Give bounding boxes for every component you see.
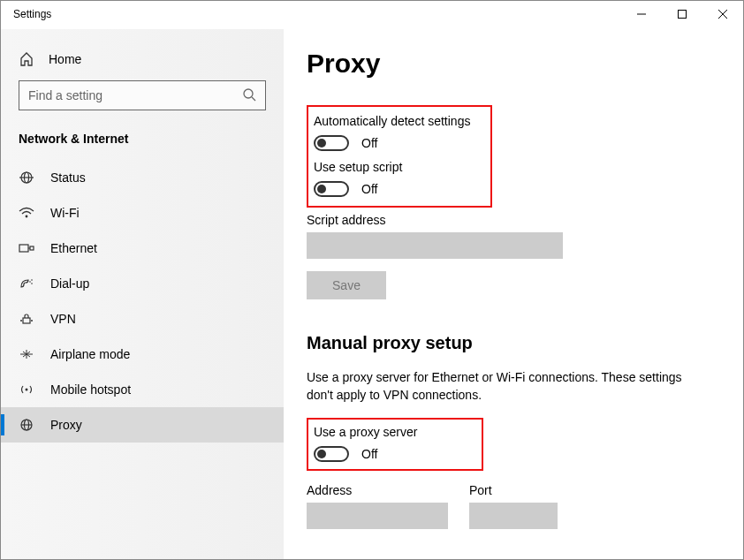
status-icon	[19, 171, 34, 184]
manual-setup-header: Manual proxy setup	[307, 333, 722, 353]
sidebar-item-proxy[interactable]: Proxy	[1, 407, 284, 443]
svg-point-4	[244, 89, 253, 98]
sidebar-item-label: Wi-Fi	[50, 206, 80, 220]
svg-rect-16	[23, 318, 30, 323]
svg-point-9	[26, 216, 28, 218]
setup-script-state: Off	[361, 182, 377, 196]
auto-detect-state: Off	[361, 136, 377, 150]
address-label: Address	[307, 483, 448, 497]
sidebar-item-wifi[interactable]: Wi-Fi	[1, 195, 284, 231]
home-icon	[19, 52, 34, 66]
sidebar-item-status[interactable]: Status	[1, 160, 284, 195]
search-input[interactable]: Find a setting	[19, 80, 266, 110]
setup-script-toggle[interactable]	[314, 181, 349, 197]
sidebar-item-label: Ethernet	[50, 241, 97, 255]
setup-script-label: Use setup script	[314, 160, 480, 174]
port-label: Port	[469, 483, 558, 497]
sidebar-item-label: Dial-up	[50, 276, 89, 291]
svg-point-13	[29, 281, 31, 283]
script-address-input[interactable]	[307, 232, 563, 259]
use-proxy-state: Off	[361, 447, 377, 461]
use-proxy-label: Use a proxy server	[314, 425, 473, 439]
minimize-button[interactable]	[621, 1, 662, 27]
window-title: Settings	[1, 1, 51, 20]
save-button[interactable]: Save	[307, 271, 386, 299]
sidebar-item-label: Mobile hotspot	[50, 382, 131, 397]
script-address-label: Script address	[307, 213, 722, 227]
sidebar-list: Status Wi-Fi Ethernet Dial-up	[1, 160, 284, 443]
svg-rect-10	[19, 245, 28, 252]
sidebar-item-label: Airplane mode	[50, 347, 130, 361]
main-panel: Proxy Automatically detect settings Off …	[284, 29, 743, 559]
svg-point-17	[20, 320, 22, 322]
manual-setup-desc: Use a proxy server for Ethernet or Wi-Fi…	[307, 369, 695, 404]
sidebar-item-dialup[interactable]: Dial-up	[1, 266, 284, 301]
svg-point-14	[31, 279, 33, 281]
page-title: Proxy	[307, 49, 722, 79]
sidebar-item-label: Status	[50, 170, 86, 185]
sidebar-item-label: Proxy	[50, 418, 82, 432]
window-controls	[621, 1, 743, 27]
sidebar-item-airplane[interactable]: Airplane mode	[1, 337, 284, 372]
highlight-auto-setup: Automatically detect settings Off Use se…	[307, 105, 492, 208]
auto-detect-label: Automatically detect settings	[314, 114, 480, 128]
sidebar-home-label: Home	[49, 52, 81, 66]
port-input[interactable]	[469, 503, 558, 529]
use-proxy-toggle[interactable]	[314, 446, 349, 462]
sidebar: Home Find a setting Network & Internet S…	[1, 29, 284, 559]
proxy-icon	[19, 419, 34, 431]
ethernet-icon	[19, 242, 34, 254]
wifi-icon	[19, 207, 34, 219]
close-button[interactable]	[702, 1, 743, 27]
auto-detect-toggle[interactable]	[314, 135, 349, 151]
vpn-icon	[19, 313, 34, 325]
sidebar-item-hotspot[interactable]: Mobile hotspot	[1, 372, 284, 407]
svg-line-5	[252, 97, 255, 101]
address-input[interactable]	[307, 503, 448, 529]
airplane-icon	[19, 348, 34, 360]
search-placeholder: Find a setting	[28, 88, 102, 102]
sidebar-item-ethernet[interactable]: Ethernet	[1, 231, 284, 266]
highlight-manual-proxy: Use a proxy server Off	[307, 418, 483, 471]
sidebar-item-label: VPN	[50, 312, 76, 326]
svg-point-15	[31, 283, 33, 284]
svg-rect-1	[679, 11, 687, 19]
sidebar-item-vpn[interactable]: VPN	[1, 301, 284, 337]
svg-rect-11	[30, 246, 34, 250]
hotspot-icon	[19, 383, 34, 396]
dialup-icon	[19, 277, 34, 290]
sidebar-home[interactable]: Home	[1, 47, 284, 80]
maximize-button[interactable]	[662, 1, 702, 27]
sidebar-category-header: Network & Internet	[1, 132, 284, 160]
svg-point-18	[31, 320, 33, 322]
titlebar: Settings	[1, 1, 743, 29]
svg-point-19	[26, 389, 28, 391]
search-icon	[242, 87, 256, 104]
